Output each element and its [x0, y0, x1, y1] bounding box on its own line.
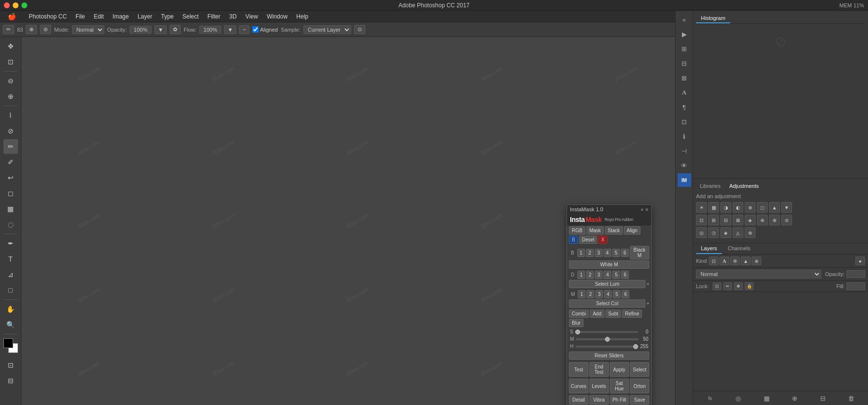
artboard-tool[interactable]: ⊡ [3, 55, 18, 69]
im-apply-btn[interactable]: Apply [610, 362, 629, 377]
blur-tool[interactable]: ◌ [3, 217, 18, 232]
im-stack-btn[interactable]: Stack [605, 226, 623, 235]
filter-pixel-icon[interactable]: ⊡ [709, 257, 718, 265]
im-align-btn[interactable]: Align [624, 226, 641, 235]
close-button[interactable] [4, 2, 10, 8]
adj-levels-icon[interactable]: ▦ [708, 202, 719, 213]
lasso-tool[interactable]: ⊖ [3, 74, 18, 88]
adj-exposure-icon[interactable]: ◐ [733, 202, 743, 213]
info-circle-icon[interactable]: ℹ [678, 129, 691, 143]
im-slider-m[interactable] [576, 338, 639, 340]
path-tool[interactable]: ⊿ [3, 267, 18, 282]
instamask-expand-icon[interactable]: » [641, 207, 644, 212]
adj-gradient-map-icon[interactable]: ⊕ [769, 215, 780, 225]
im-b4[interactable]: 4 [604, 249, 611, 257]
opacity-input[interactable] [130, 26, 151, 34]
menu-layer[interactable]: Layer [133, 12, 156, 21]
brush-settings-btn[interactable]: ⊕ [26, 25, 37, 34]
menu-select[interactable]: Select [178, 12, 202, 21]
im-desel-btn[interactable]: Desel [579, 236, 598, 244]
sample-select[interactable]: Current Layer [303, 25, 351, 34]
menu-filter[interactable]: Filter [204, 12, 225, 21]
maximize-button[interactable] [21, 2, 27, 8]
instamask-strip-icon[interactable]: IM [678, 173, 691, 187]
adj-extra4-icon[interactable]: ◬ [733, 227, 743, 238]
im-save-btn[interactable]: Save [630, 395, 649, 405]
crop-tool[interactable]: ⊕ [3, 89, 18, 104]
adj-vibrance-icon[interactable]: ⊕ [745, 202, 755, 213]
new-group-btn[interactable]: ⊕ [789, 393, 800, 403]
filter-toggle[interactable]: ● [855, 257, 865, 265]
grid-icon[interactable]: ⊞ [678, 42, 691, 55]
flow-input[interactable] [199, 26, 221, 34]
play-icon[interactable]: ▶ [678, 27, 691, 41]
im-d4[interactable]: 4 [604, 271, 611, 279]
foreground-color[interactable] [3, 338, 13, 348]
paragraph-icon[interactable]: ¶ [678, 100, 691, 114]
instamask-menu-icon[interactable]: ≡ [645, 207, 648, 212]
adj-brightness-icon[interactable]: ☀ [696, 202, 707, 213]
im-m2[interactable]: 2 [586, 290, 594, 298]
im-subt-btn[interactable]: Subt [605, 310, 622, 318]
smoothing-btn[interactable]: ~ [239, 25, 249, 34]
history-tool[interactable]: ↩ [3, 170, 18, 185]
menu-photoshop[interactable]: Photoshop CC [25, 12, 71, 21]
filter-smart-icon[interactable]: ⊕ [752, 257, 761, 265]
screen-mode-btn[interactable]: ⊟ [3, 373, 18, 388]
flow-btn[interactable]: ▼ [224, 25, 236, 34]
im-b5[interactable]: 5 [612, 249, 620, 257]
text-tool[interactable]: T [3, 252, 18, 266]
im-slider-h[interactable] [575, 346, 638, 348]
mode-select[interactable]: Normal [72, 25, 104, 34]
im-select-col-btn[interactable]: Select Col [569, 299, 645, 308]
move-tool[interactable]: ✥ [3, 39, 18, 54]
im-sathue-btn[interactable]: Sat Hue [610, 379, 629, 393]
lock-paint-btn[interactable]: ✏ [723, 282, 732, 290]
eraser-tool[interactable]: ◻ [3, 186, 18, 201]
im-curves-btn[interactable]: Curves [569, 379, 588, 393]
im-b2[interactable]: 2 [586, 249, 594, 257]
clone-tool[interactable]: ✐ [3, 155, 18, 169]
im-m3[interactable]: 3 [595, 290, 603, 298]
im-d5[interactable]: 5 [612, 271, 620, 279]
opacity-value[interactable] [847, 270, 865, 278]
image-thumb-icon[interactable]: ⊡ [678, 115, 691, 129]
im-d1[interactable]: 1 [577, 271, 585, 279]
menu-file[interactable]: File [72, 12, 89, 21]
blend-mode-select[interactable]: Normal [696, 270, 821, 278]
menu-3d[interactable]: 3D [226, 12, 241, 21]
filter-adj-icon[interactable]: ▲ [741, 257, 751, 265]
adj-extra5-icon[interactable]: ⊕ [745, 227, 755, 238]
adj-bw-icon[interactable]: ▼ [781, 202, 792, 213]
im-blur-btn[interactable]: Blur [569, 319, 584, 327]
add-mask-btn[interactable]: ◎ [733, 393, 744, 403]
adj-extra3-icon[interactable]: ◈ [720, 227, 731, 238]
zoom-tool[interactable]: 🔍 [3, 317, 18, 332]
brush-tool[interactable]: ✏ [3, 139, 18, 154]
eye-icon[interactable]: 👁 [678, 159, 691, 172]
menu-edit[interactable]: Edit [90, 12, 108, 21]
lock-all-btn[interactable]: 🔒 [745, 282, 754, 290]
minimize-button[interactable] [13, 2, 19, 8]
im-add-btn[interactable]: Add [590, 310, 604, 318]
fx-btn[interactable]: fx [705, 393, 716, 403]
im-combi-btn[interactable]: Combi [569, 310, 589, 318]
sample-all-btn[interactable]: ⊙ [354, 25, 365, 34]
lock-pixel-btn[interactable]: ⊡ [713, 282, 721, 290]
im-vibra-btn[interactable]: Vibra [589, 395, 609, 405]
im-x-btn[interactable]: X [598, 236, 607, 244]
layers-link-icon[interactable]: ⊟ [678, 56, 691, 70]
im-m4[interactable]: 4 [604, 290, 612, 298]
menu-help[interactable]: Help [292, 12, 312, 21]
im-d2[interactable]: 2 [586, 271, 594, 279]
im-reset-btn[interactable]: Reset Sliders [569, 351, 649, 360]
im-b6[interactable]: 6 [621, 249, 629, 257]
adj-photo-filter-icon[interactable]: ⊡ [696, 215, 707, 225]
adj-posterize-icon[interactable]: ◈ [745, 215, 755, 225]
im-mask-btn[interactable]: Mask [586, 226, 604, 235]
brush-toggle-btn[interactable]: ⊘ [40, 25, 51, 34]
aligned-checkbox[interactable]: Aligned [252, 26, 278, 33]
layers-tab[interactable]: Layers [696, 243, 722, 254]
pen-tool[interactable]: ✒ [3, 236, 18, 251]
adj-invert-icon[interactable]: ⊠ [733, 215, 743, 225]
